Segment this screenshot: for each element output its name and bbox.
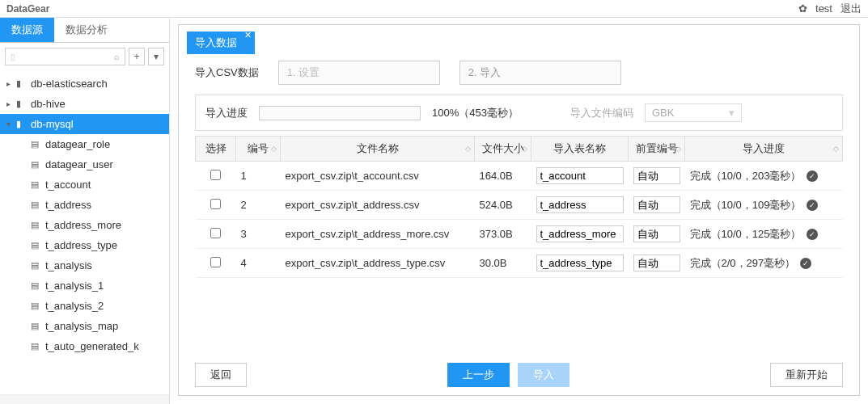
- table-node[interactable]: ▤t_analysis_2: [0, 296, 169, 316]
- table-node[interactable]: ▤t_account: [0, 175, 169, 195]
- prev-button[interactable]: 上一步: [447, 363, 510, 387]
- db-icon: ▮: [16, 119, 28, 129]
- restart-button[interactable]: 重新开始: [770, 363, 843, 387]
- table-name-input[interactable]: [536, 167, 624, 184]
- close-icon[interactable]: ✕: [244, 30, 252, 40]
- progress-text: 100%（453毫秒）: [432, 106, 519, 120]
- db-label: db-elasticsearch: [31, 78, 108, 90]
- encoding-label: 导入文件编码: [570, 106, 633, 120]
- table-label: t_analysis_1: [45, 280, 104, 292]
- cell-prog: 完成（10/0，109毫秒）: [690, 198, 802, 213]
- prefix-input[interactable]: [633, 225, 680, 242]
- col-file[interactable]: 文件名称◇: [281, 137, 475, 162]
- table-name-input[interactable]: [536, 225, 624, 242]
- row-checkbox[interactable]: [210, 257, 221, 267]
- col-size[interactable]: 文件大小◇: [475, 137, 531, 162]
- table-icon: ▤: [31, 260, 42, 271]
- table-node[interactable]: ▤datagear_user: [0, 154, 169, 175]
- table-node[interactable]: ▤t_auto_generated_k: [0, 336, 169, 356]
- db-node-db-hive[interactable]: ▸▮db-hive: [0, 94, 169, 114]
- caret-icon: ▸: [6, 79, 15, 88]
- table-label: t_address_type: [45, 239, 117, 251]
- table-label: t_auto_generated_k: [45, 340, 139, 352]
- table-node[interactable]: ▤t_analysis: [0, 255, 169, 276]
- table-icon: ▤: [31, 240, 42, 250]
- step-1[interactable]: 1. 设置: [278, 61, 440, 85]
- chevron-down-icon: ▾: [729, 107, 735, 119]
- table-row: 1 export_csv.zip\t_account.csv 164.0B 完成…: [196, 162, 843, 191]
- table-label: t_analysis_map: [45, 320, 118, 332]
- step-2[interactable]: 2. 导入: [459, 61, 621, 85]
- dropdown-button[interactable]: ▾: [148, 48, 164, 65]
- col-no[interactable]: 编号◇: [236, 137, 281, 162]
- table-node[interactable]: ▤t_address_type: [0, 235, 169, 255]
- table-label: t_analysis: [45, 259, 92, 271]
- table-icon: ▤: [31, 139, 42, 149]
- cell-no: 1: [236, 162, 281, 191]
- prefix-input[interactable]: [633, 167, 680, 184]
- db-label: db-mysql: [31, 118, 74, 130]
- cell-no: 2: [236, 191, 281, 220]
- cell-prog: 完成（2/0，297毫秒）: [690, 256, 796, 271]
- cell-file: export_csv.zip\t_address_type.csv: [281, 249, 475, 278]
- horizontal-scrollbar[interactable]: [0, 394, 169, 404]
- table-icon: ▤: [31, 220, 42, 230]
- cell-file: export_csv.zip\t_account.csv: [281, 162, 475, 191]
- table-icon: ▤: [31, 200, 42, 210]
- search-icon-left: ▯: [11, 53, 15, 61]
- row-checkbox[interactable]: [210, 228, 221, 238]
- tab-datasource[interactable]: 数据源: [0, 18, 54, 42]
- table-icon: ▤: [31, 301, 42, 311]
- encoding-value: GBK: [652, 107, 674, 119]
- prefix-input[interactable]: [633, 196, 680, 213]
- col-table[interactable]: 导入表名称: [531, 137, 629, 162]
- table-node[interactable]: ▤t_analysis_1: [0, 276, 169, 296]
- table-name-input[interactable]: [536, 196, 624, 213]
- table-label: t_address: [45, 199, 91, 211]
- panel-tab-import[interactable]: 导入数据 ✕: [187, 32, 255, 54]
- encoding-select[interactable]: GBK ▾: [645, 103, 742, 122]
- db-node-db-mysql[interactable]: ▾▮db-mysql: [0, 114, 169, 134]
- table-label: t_address_more: [45, 219, 121, 231]
- logout-link[interactable]: 退出: [840, 2, 862, 16]
- progress-bar: [259, 106, 421, 120]
- search-input[interactable]: ▯ ⌕: [5, 48, 125, 65]
- check-icon: ✓: [807, 229, 818, 240]
- table-node[interactable]: ▤t_address_more: [0, 215, 169, 235]
- back-button[interactable]: 返回: [195, 363, 247, 387]
- table-name-input[interactable]: [536, 255, 624, 271]
- table-node[interactable]: ▤datagear_role: [0, 134, 169, 154]
- db-label: db-hive: [31, 98, 66, 110]
- col-prog[interactable]: 导入进度◇: [685, 137, 843, 162]
- row-checkbox[interactable]: [210, 199, 221, 209]
- table-node[interactable]: ▤t_address: [0, 195, 169, 215]
- col-prefix[interactable]: 前置编号◇: [629, 137, 685, 162]
- caret-icon: ▾: [6, 120, 15, 128]
- app-name: DataGear: [6, 3, 49, 15]
- table-node[interactable]: ▤t_analysis_map: [0, 316, 169, 336]
- cell-no: 4: [236, 249, 281, 278]
- cell-file: export_csv.zip\t_address_more.csv: [281, 220, 475, 249]
- row-checkbox[interactable]: [210, 170, 221, 180]
- gear-icon[interactable]: ✿: [798, 2, 807, 15]
- panel-tab-label: 导入数据: [195, 36, 237, 48]
- check-icon: ✓: [807, 200, 818, 211]
- progress-label: 导入进度: [205, 106, 248, 120]
- prefix-input[interactable]: [633, 255, 680, 271]
- table-row: 3 export_csv.zip\t_address_more.csv 373.…: [196, 220, 843, 249]
- add-button[interactable]: +: [129, 48, 145, 65]
- db-node-db-elasticsearch[interactable]: ▸▮db-elasticsearch: [0, 74, 169, 94]
- cell-size: 373.0B: [475, 220, 531, 249]
- tab-analysis[interactable]: 数据分析: [54, 18, 119, 42]
- check-icon: ✓: [800, 258, 811, 269]
- user-label[interactable]: test: [815, 2, 832, 15]
- search-icon[interactable]: ⌕: [114, 52, 120, 61]
- caret-icon: ▸: [6, 99, 15, 108]
- table-row: 2 export_csv.zip\t_address.csv 524.0B 完成…: [196, 191, 843, 220]
- check-icon: ✓: [807, 170, 818, 182]
- col-select[interactable]: 选择: [196, 137, 236, 162]
- import-button[interactable]: 导入: [518, 363, 569, 387]
- table-icon: ▤: [31, 179, 42, 190]
- cell-no: 3: [236, 220, 281, 249]
- table-label: t_analysis_2: [45, 300, 104, 312]
